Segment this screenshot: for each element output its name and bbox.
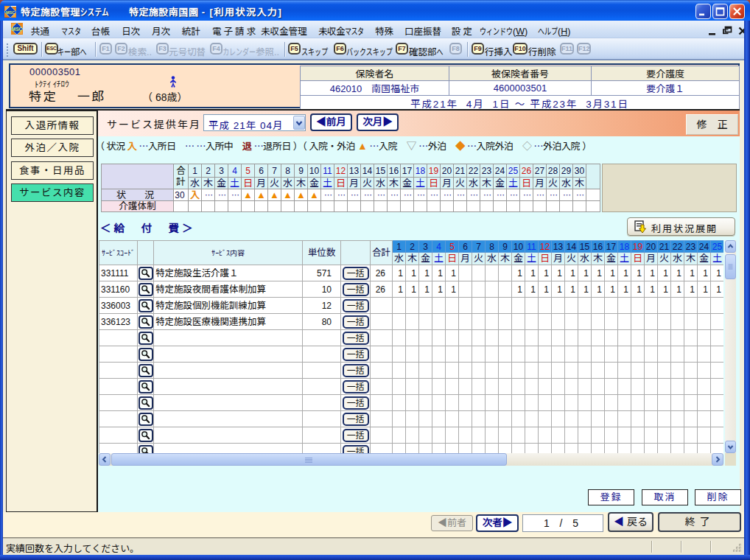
svg-text:MSC: MSC [6,10,15,15]
svg-text:MSC: MSC [12,27,23,32]
